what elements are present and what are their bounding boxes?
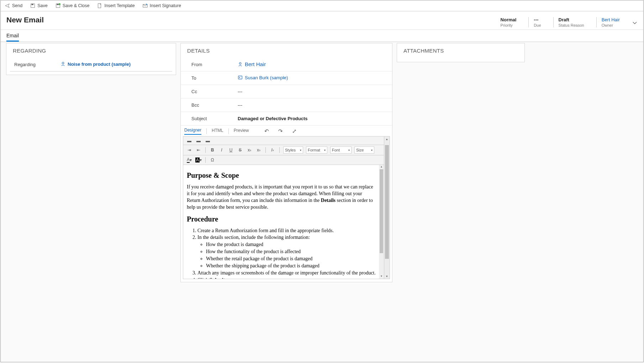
scroll-up-icon[interactable]: ▴: [379, 165, 384, 169]
clear-format-button[interactable]: Ix: [269, 147, 276, 153]
bold-button[interactable]: B: [209, 147, 216, 153]
format-combo[interactable]: Format▾: [306, 146, 327, 154]
subject-field[interactable]: Subject Damaged or Defective Products: [181, 112, 392, 126]
bg-color-button[interactable]: A▾: [195, 157, 202, 163]
save-button[interactable]: Save: [29, 2, 49, 9]
from-field[interactable]: From Bert Hair: [181, 58, 392, 71]
intro-paragraph: If you receive damaged products, it is i…: [187, 184, 377, 211]
editor-outer-scrollbar[interactable]: ▴ ▾: [384, 136, 390, 279]
tab-email[interactable]: Email: [6, 30, 19, 42]
editor-tab-html[interactable]: HTML: [212, 128, 223, 134]
editor-actions: ↶ ↷ ⤢: [264, 128, 297, 134]
record-header: New Email Normal Priority --- Due Draft …: [1, 11, 643, 30]
owner-value: Bert Hair: [602, 17, 620, 22]
save-close-label: Save & Close: [63, 3, 90, 8]
owner-field[interactable]: Bert Hair Owner: [596, 17, 625, 27]
size-combo[interactable]: Size▾: [354, 146, 374, 154]
attachments-panel: ATTACHMENTS: [397, 43, 525, 62]
strike-button[interactable]: S: [237, 147, 243, 153]
redo-button[interactable]: ↷: [278, 128, 283, 134]
details-column: DETAILS From Bert Hair To Susan Burk (sa…: [180, 43, 392, 362]
list-item: How the product is damaged: [206, 241, 377, 248]
regarding-column: REGARDING Regarding Noise from product (…: [6, 43, 176, 362]
owner-label: Owner: [602, 23, 620, 27]
signature-icon: [143, 3, 148, 8]
cc-field[interactable]: Cc ---: [181, 85, 392, 98]
send-button[interactable]: Send: [4, 2, 24, 9]
list-item: Attach any images or screenshots of the …: [197, 270, 377, 277]
status-reason-field[interactable]: Draft Status Reason: [553, 17, 589, 27]
scroll-thumb[interactable]: [380, 169, 383, 253]
save-close-button[interactable]: Save & Close: [54, 2, 91, 9]
regarding-lookup[interactable]: Noise from product (sample): [60, 62, 131, 67]
list-item: Whether the retail package of the produc…: [206, 256, 377, 262]
text-color-button[interactable]: A▾: [186, 157, 192, 163]
details-heading: DETAILS: [181, 43, 392, 58]
regarding-panel: REGARDING Regarding Noise from product (…: [6, 43, 176, 75]
editor-tabstrip: Designer HTML Preview ↶ ↷ ⤢: [181, 126, 392, 135]
scroll-thumb[interactable]: [385, 145, 389, 259]
regarding-field[interactable]: Regarding Noise from product (sample): [10, 58, 172, 71]
svg-point-7: [62, 62, 64, 64]
editor-tab-designer[interactable]: Designer: [184, 128, 201, 135]
editor-tab-preview[interactable]: Preview: [234, 128, 249, 134]
editor-body[interactable]: Purpose & Scope If you receive damaged p…: [183, 165, 384, 279]
indent-left-button[interactable]: ⇤: [195, 147, 202, 153]
person-icon: [238, 62, 243, 67]
insert-template-label: Insert Template: [104, 3, 134, 8]
superscript-button[interactable]: xs: [255, 147, 262, 153]
heading-purpose: Purpose & Scope: [187, 171, 377, 180]
bcc-field[interactable]: Bcc ---: [181, 98, 392, 112]
to-field[interactable]: To Susan Burk (sample): [181, 71, 392, 85]
expand-button[interactable]: ⤢: [292, 128, 297, 134]
svg-point-4: [58, 3, 60, 5]
due-field[interactable]: --- Due: [528, 17, 546, 27]
omega-button[interactable]: Ω: [209, 157, 216, 163]
scroll-down-icon[interactable]: ▾: [384, 274, 390, 279]
header-status-group: Normal Priority --- Due Draft Status Rea…: [496, 16, 638, 27]
subscript-button[interactable]: xs: [246, 147, 253, 153]
to-label: To: [191, 75, 238, 81]
svg-rect-9: [238, 76, 242, 79]
send-label: Send: [12, 3, 22, 8]
styles-combo[interactable]: Styles▾: [283, 146, 303, 154]
underline-button[interactable]: U: [228, 147, 234, 153]
regarding-heading: REGARDING: [6, 43, 176, 58]
status-value: Draft: [559, 17, 584, 22]
list-item: Create a Return Authorization form and f…: [197, 228, 377, 234]
regarding-label: Regarding: [14, 62, 60, 67]
to-lookup[interactable]: Susan Burk (sample): [238, 75, 288, 80]
from-lookup[interactable]: Bert Hair: [238, 61, 266, 67]
sub-list: How the product is damaged How the funct…: [206, 241, 377, 269]
priority-field[interactable]: Normal Priority: [496, 17, 522, 27]
details-panel: DETAILS From Bert Hair To Susan Burk (sa…: [180, 43, 392, 282]
contact-icon: [238, 75, 243, 80]
undo-button[interactable]: ↶: [264, 128, 269, 134]
tool-hidden[interactable]: ▬: [186, 138, 192, 144]
tool-hidden2[interactable]: ▬: [195, 138, 202, 144]
indent-right-button[interactable]: ⇥: [186, 147, 192, 153]
list-item: Click Submit.: [197, 277, 377, 279]
editor-tab-sep2: [228, 128, 229, 134]
case-icon: [60, 62, 65, 66]
tool-hidden3[interactable]: ▬: [205, 138, 211, 144]
cc-label: Cc: [191, 89, 238, 94]
toolbar-row-2: ⇥ ⇤ B I U S xs xs Ix Styles▾: [183, 145, 384, 155]
insert-template-button[interactable]: Insert Template: [96, 2, 136, 9]
italic-button[interactable]: I: [218, 147, 225, 153]
expand-header-button[interactable]: [632, 18, 638, 27]
send-icon: [5, 3, 10, 8]
editor-content[interactable]: Purpose & Scope If you receive damaged p…: [183, 165, 384, 279]
editor-inner-scrollbar[interactable]: ▴ ▾: [379, 165, 384, 279]
save-label: Save: [37, 3, 48, 8]
scroll-down-icon[interactable]: ▾: [379, 274, 384, 279]
svg-point-10: [239, 77, 240, 78]
bcc-value: ---: [238, 102, 386, 108]
scroll-up-icon[interactable]: ▴: [384, 137, 390, 142]
insert-signature-label: Insert Signature: [150, 3, 181, 8]
editor-main: ▬ ▬ ▬ ⇥ ⇤ B I U S xs: [183, 136, 384, 279]
font-combo[interactable]: Font▾: [330, 146, 352, 154]
insert-signature-button[interactable]: Insert Signature: [141, 2, 183, 9]
subject-label: Subject: [191, 116, 238, 121]
priority-value: Normal: [501, 17, 517, 22]
